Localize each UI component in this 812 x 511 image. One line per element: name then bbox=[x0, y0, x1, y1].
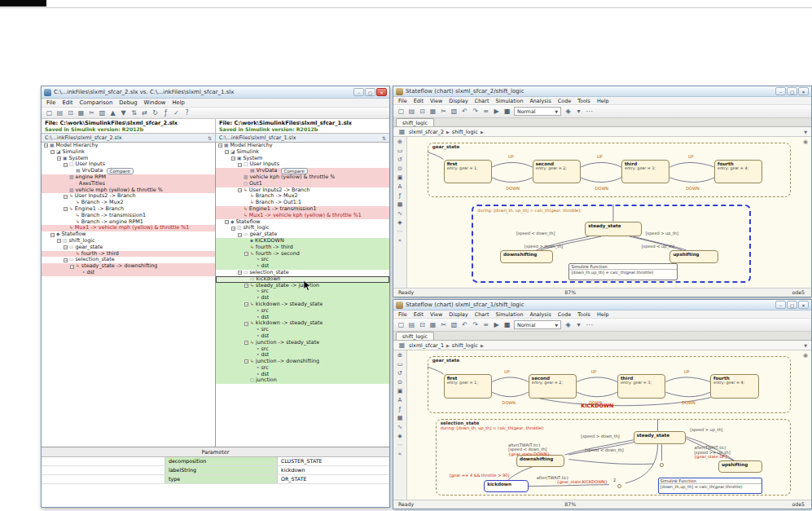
badge-dot-icon[interactable]: ◉ bbox=[803, 139, 808, 145]
menu-help[interactable]: Help bbox=[597, 311, 609, 318]
filter-icon[interactable]: ƒ bbox=[161, 108, 170, 117]
exchange-icon[interactable]: ⇄ bbox=[140, 108, 149, 117]
state-second[interactable]: secondentry: gear = 2; bbox=[529, 374, 577, 398]
tree-row-user-inputs[interactable]: −▢User Inputs bbox=[42, 161, 215, 168]
menu-file[interactable]: File bbox=[46, 99, 55, 106]
minimize-button[interactable]: – bbox=[775, 87, 786, 95]
connective-junction-icon[interactable]: ⊙ bbox=[397, 379, 402, 386]
matlab-function-icon[interactable]: ƒ bbox=[399, 406, 401, 413]
parameter-row[interactable]: typeOR_STATE bbox=[42, 475, 389, 484]
maximize-button[interactable]: ▢ bbox=[787, 87, 797, 95]
expander-icon[interactable]: − bbox=[50, 150, 55, 154]
expander-icon[interactable]: − bbox=[238, 163, 242, 167]
state-tool-icon[interactable]: ▭ bbox=[397, 361, 403, 368]
tree-row-dst[interactable]: •dst bbox=[216, 372, 389, 378]
tree-row-out1[interactable]: ○Out1 bbox=[216, 181, 389, 187]
simulation-mode-dropdown[interactable]: Normal ▼ bbox=[514, 320, 561, 329]
stop-icon[interactable]: ■ bbox=[503, 320, 511, 329]
print-icon[interactable]: ▦ bbox=[428, 320, 437, 329]
default-transition-icon[interactable]: ▣ bbox=[397, 388, 403, 395]
tree-row-fourth-second[interactable]: −↳fourth -> second bbox=[216, 251, 389, 258]
print-icon[interactable]: ▦ bbox=[77, 108, 86, 117]
default-transition-icon[interactable]: ▣ bbox=[397, 174, 403, 182]
expander-icon[interactable]: − bbox=[244, 359, 248, 363]
tree-row-mux1-vehicle-mph-yellow-throttle-1[interactable]: ↳Mux1 -> vehicle mph (yellow) & throttle… bbox=[42, 225, 215, 231]
tree-row-vrvdata[interactable]: ▤VrvDataCompare bbox=[216, 168, 389, 174]
menu-edit[interactable]: Edit bbox=[414, 311, 424, 318]
open-icon[interactable]: ▤ bbox=[407, 107, 416, 116]
tree-row-stateflow[interactable]: −◆Stateflow bbox=[216, 219, 389, 226]
menu-debug[interactable]: Debug bbox=[119, 99, 137, 106]
tree-row-dst[interactable]: •dst bbox=[42, 270, 215, 276]
expander-icon[interactable]: − bbox=[225, 220, 229, 224]
open-icon[interactable]: ▤ bbox=[55, 108, 64, 117]
tree-row-model-hierarchy[interactable]: −▦Model Hierarchy bbox=[42, 143, 215, 149]
expander-icon[interactable]: − bbox=[218, 143, 222, 148]
tree-row-fourth-third[interactable]: ↳fourth -> third bbox=[216, 244, 389, 251]
tree-row-junction[interactable]: ○junction bbox=[216, 377, 389, 384]
tree-row-selection-state[interactable]: −▭selection_state bbox=[42, 257, 215, 263]
expander-icon[interactable]: − bbox=[64, 245, 68, 249]
cut-icon[interactable]: ✂ bbox=[439, 320, 448, 329]
tree-row-src[interactable]: •src bbox=[216, 308, 389, 315]
accept-icon[interactable]: ✓ bbox=[172, 108, 181, 117]
help-icon[interactable]: ? bbox=[182, 108, 191, 117]
tree-row-model-hierarchy[interactable]: −▦Model Hierarchy bbox=[216, 143, 389, 149]
tree-row-dst[interactable]: •dst bbox=[216, 352, 389, 359]
menu-view[interactable]: View bbox=[430, 98, 442, 104]
prev-diff-icon[interactable]: ▲ bbox=[108, 108, 117, 117]
state-first[interactable]: firstentry: gear = 1; bbox=[444, 374, 493, 398]
state-third[interactable]: thirdentry: gear = 3; bbox=[617, 374, 666, 398]
library-icon[interactable]: ◈ bbox=[564, 320, 573, 329]
tree-row-mux1-vehicle-kph-yellow-throttle-1[interactable]: ↳Mux1 -> vehicle kph (yellow) & throttle… bbox=[216, 213, 389, 219]
annotation-tool-icon[interactable]: A bbox=[398, 397, 402, 404]
expander-icon[interactable]: − bbox=[64, 207, 68, 211]
tree-row-user-inputs[interactable]: −▢User Inputs bbox=[216, 161, 389, 168]
chart-canvas[interactable]: ◉ gear_stateduring: [down_th, up_th] = c… bbox=[407, 137, 811, 288]
tree-row-src[interactable]: •src bbox=[216, 346, 389, 353]
tree-row-dst[interactable]: •dst bbox=[216, 295, 389, 302]
menu-chart[interactable]: Chart bbox=[475, 98, 489, 104]
menu-view[interactable]: View bbox=[430, 311, 442, 318]
expander-icon[interactable]: − bbox=[244, 341, 248, 345]
tree-row-branch-mux2[interactable]: ↳Branch -> Mux2 bbox=[42, 200, 215, 206]
more-icon[interactable]: ▾ bbox=[574, 320, 583, 329]
tree-row-fourth-third[interactable]: ↳fourth -> third bbox=[42, 251, 215, 258]
menu-window[interactable]: Window bbox=[144, 99, 166, 106]
matlab-function-icon[interactable]: ƒ bbox=[399, 192, 401, 200]
overflow-icon[interactable]: ⋯ bbox=[585, 320, 594, 329]
tree-row-shift-logic[interactable]: −◫shift_logic bbox=[42, 238, 215, 244]
menu-simulation[interactable]: Simulation bbox=[495, 98, 523, 104]
sort-icon[interactable]: ⇅ bbox=[382, 135, 386, 141]
close-button[interactable]: ✕ bbox=[376, 88, 387, 96]
chevron-down-icon[interactable]: ▼ bbox=[804, 343, 807, 348]
save-icon[interactable]: ⊡ bbox=[66, 108, 75, 117]
cut-icon[interactable]: ✂ bbox=[439, 107, 448, 116]
expander-icon[interactable]: − bbox=[70, 265, 74, 269]
tree-row-dst[interactable]: •dst bbox=[216, 263, 389, 270]
expander-icon[interactable]: − bbox=[64, 195, 68, 199]
simulink-function-box[interactable]: Simulink Function[down_th,up_th] = calc_… bbox=[658, 478, 763, 494]
menu-help[interactable]: Help bbox=[172, 99, 185, 106]
expander-icon[interactable]: − bbox=[231, 156, 235, 161]
collapse-palette-icon[interactable]: « bbox=[398, 451, 402, 458]
breadcrumb-root[interactable]: slxml_sfcar_1 bbox=[409, 342, 444, 349]
expander-icon[interactable]: − bbox=[225, 150, 229, 154]
menu-help[interactable]: Help bbox=[597, 98, 609, 104]
tree-row-vehicle-mph-yellow-throttle[interactable]: ▥vehicle mph (yellow) & throttle % bbox=[42, 187, 215, 194]
redo-icon[interactable]: ↷ bbox=[471, 107, 480, 116]
expander-icon[interactable]: − bbox=[244, 302, 248, 306]
menu-analysis[interactable]: Analysis bbox=[529, 98, 551, 104]
state-upshifting[interactable]: upshifting bbox=[669, 250, 718, 264]
overflow-icon[interactable]: ⋯ bbox=[585, 107, 594, 116]
menu-edit[interactable]: Edit bbox=[414, 98, 424, 104]
badge-dot-icon[interactable]: ◉ bbox=[803, 352, 808, 359]
tree-row-simulink[interactable]: −◪Simulink bbox=[216, 149, 389, 156]
stop-icon[interactable]: ■ bbox=[503, 107, 511, 116]
menu-analysis[interactable]: Analysis bbox=[529, 311, 551, 318]
state-second[interactable]: secondentry: gear = 2; bbox=[533, 160, 582, 184]
expander-icon[interactable]: − bbox=[238, 233, 242, 237]
expander-icon[interactable]: − bbox=[238, 188, 242, 192]
state-first[interactable]: firstentry: gear = 1; bbox=[444, 160, 493, 184]
tree-row-user-inputs2-branch[interactable]: −↳User Inputs2 -> Branch bbox=[42, 193, 215, 200]
